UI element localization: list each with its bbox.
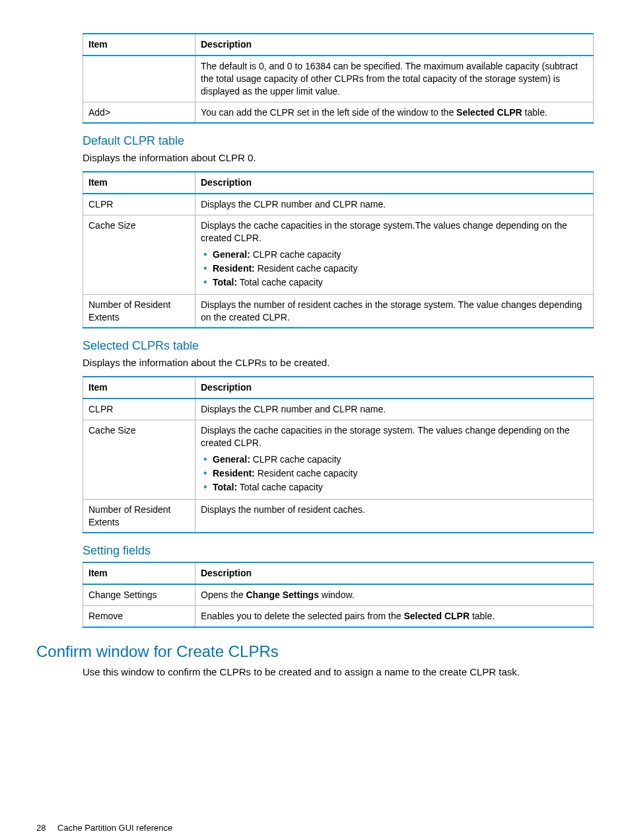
table-row: CLPR Displays the CLPR number and CLPR n… xyxy=(83,399,594,420)
table-row: CLPR Displays the CLPR number and CLPR n… xyxy=(83,194,594,215)
cell-item: Remove xyxy=(83,606,195,627)
col-header-desc: Description xyxy=(195,34,594,56)
list-item: General: CLPR cache capacity xyxy=(213,248,588,261)
cell-desc: Opens the Change Settings window. xyxy=(195,584,594,605)
cell-desc: You can add the CLPR set in the left sid… xyxy=(195,102,594,123)
cell-desc: The default is 0, and 0 to 16384 can be … xyxy=(195,56,594,102)
table-row: Add> You can add the CLPR set in the lef… xyxy=(83,102,594,123)
desc-text-post: table. xyxy=(470,611,495,621)
cell-desc: Displays the cache capacities in the sto… xyxy=(195,420,594,499)
bullet-text: Resident cache capacity xyxy=(255,263,358,274)
heading-setting-fields: Setting fields xyxy=(83,544,594,558)
bullet-text: Total cache capacity xyxy=(237,277,323,287)
table-row: Number of Resident Extents Displays the … xyxy=(83,294,594,328)
bullet-label: Resident: xyxy=(213,263,255,274)
footer-chapter: Cache Partition GUI reference xyxy=(57,823,172,833)
list-item: Total: Total cache capacity xyxy=(213,276,588,289)
table-row: Remove Enables you to delete the selecte… xyxy=(83,606,594,627)
col-header-desc: Description xyxy=(195,377,594,399)
table-default-clpr: Item Description CLPR Displays the CLPR … xyxy=(83,171,594,328)
cell-item: Number of Resident Extents xyxy=(83,294,195,328)
cell-desc: Displays the CLPR number and CLPR name. xyxy=(195,399,594,420)
desc-text-bold: Change Settings xyxy=(246,590,319,600)
col-header-desc: Description xyxy=(195,172,594,194)
bullet-label: General: xyxy=(213,249,250,260)
intro-confirm-window: Use this window to confirm the CLPRs to … xyxy=(83,666,594,677)
table-setting-fields: Item Description Change Settings Opens t… xyxy=(83,562,594,628)
desc-text-pre: Enables you to delete the selected pairs… xyxy=(201,611,403,621)
cell-item: CLPR xyxy=(83,194,195,215)
desc-text-pre: You can add the CLPR set in the left sid… xyxy=(201,107,456,118)
cell-item: Number of Resident Extents xyxy=(83,499,195,533)
col-header-item: Item xyxy=(83,172,195,194)
page-number: 28 xyxy=(36,823,46,833)
table-selected-clprs: Item Description CLPR Displays the CLPR … xyxy=(83,376,594,533)
col-header-item: Item xyxy=(83,562,195,584)
col-header-desc: Description xyxy=(195,562,594,584)
cell-item: Add> xyxy=(83,102,195,123)
page-footer: 28 Cache Partition GUI reference xyxy=(36,823,594,833)
desc-intro: Displays the cache capacities in the sto… xyxy=(201,425,570,448)
heading-selected-clprs: Selected CLPRs table xyxy=(83,339,594,353)
table-row: Cache Size Displays the cache capacities… xyxy=(83,420,594,499)
table-row: Number of Resident Extents Displays the … xyxy=(83,499,594,533)
table-row: Cache Size Displays the cache capacities… xyxy=(83,215,594,294)
heading-confirm-window: Confirm window for Create CLPRs xyxy=(36,642,594,661)
bullet-label: Total: xyxy=(213,482,237,492)
desc-text-bold: Selected CLPR xyxy=(403,611,470,621)
list-item: General: CLPR cache capacity xyxy=(213,453,588,466)
bullet-text: CLPR cache capacity xyxy=(250,249,341,260)
bullet-text: Resident cache capacity xyxy=(255,468,358,478)
cell-item: Change Settings xyxy=(83,584,195,605)
bullet-text: Total cache capacity xyxy=(237,482,323,492)
table-first: Item Description The default is 0, and 0… xyxy=(83,33,594,124)
cell-item: CLPR xyxy=(83,399,195,420)
cell-item: Cache Size xyxy=(83,420,195,499)
cell-desc: Displays the number of resident caches. xyxy=(195,499,594,533)
desc-intro: Displays the cache capacities in the sto… xyxy=(201,220,567,243)
list-item: Total: Total cache capacity xyxy=(213,481,588,494)
desc-text-post: window. xyxy=(319,590,355,600)
list-item: Resident: Resident cache capacity xyxy=(213,467,588,480)
cell-desc: Displays the number of resident caches i… xyxy=(195,294,594,328)
bullet-text: CLPR cache capacity xyxy=(250,454,341,465)
bullet-label: Resident: xyxy=(213,468,255,478)
desc-text-pre: Opens the xyxy=(201,590,246,600)
cell-desc: Displays the CLPR number and CLPR name. xyxy=(195,194,594,215)
table-row: Change Settings Opens the Change Setting… xyxy=(83,584,594,605)
cell-item xyxy=(83,56,195,102)
intro-selected-clprs: Displays the information about the CLPRs… xyxy=(83,357,594,368)
desc-text-post: table. xyxy=(522,107,547,118)
col-header-item: Item xyxy=(83,34,195,56)
intro-default-clpr: Displays the information about CLPR 0. xyxy=(83,152,594,163)
table-row: The default is 0, and 0 to 16384 can be … xyxy=(83,56,594,102)
cell-item: Cache Size xyxy=(83,215,195,294)
cell-desc: Enables you to delete the selected pairs… xyxy=(195,606,594,627)
bullet-label: General: xyxy=(213,454,250,465)
heading-default-clpr: Default CLPR table xyxy=(83,134,594,148)
col-header-item: Item xyxy=(83,377,195,399)
desc-text-bold: Selected CLPR xyxy=(456,107,522,118)
cell-desc: Displays the cache capacities in the sto… xyxy=(195,215,594,294)
bullet-label: Total: xyxy=(213,277,237,287)
list-item: Resident: Resident cache capacity xyxy=(213,262,588,275)
